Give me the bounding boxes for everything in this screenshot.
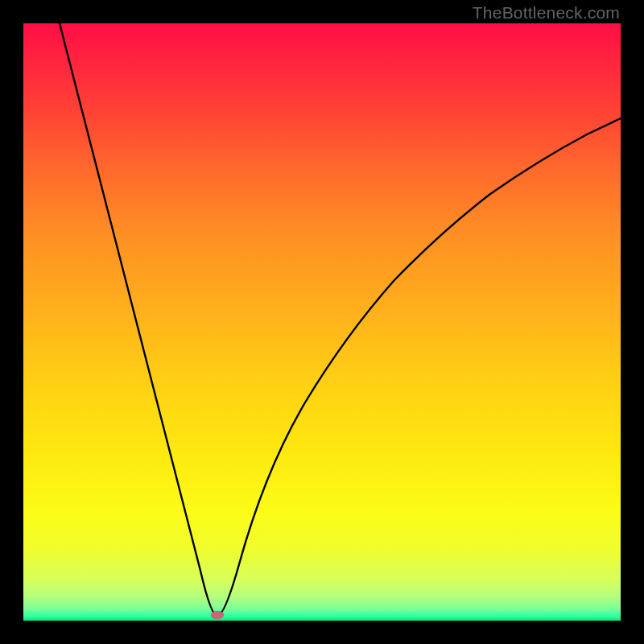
bottleneck-curve-path xyxy=(60,23,621,616)
optimum-marker xyxy=(211,611,224,619)
chart-container: TheBottleneck.com xyxy=(0,0,644,644)
plot-area xyxy=(23,23,621,621)
curve-svg xyxy=(23,23,621,621)
watermark-text: TheBottleneck.com xyxy=(473,3,620,23)
